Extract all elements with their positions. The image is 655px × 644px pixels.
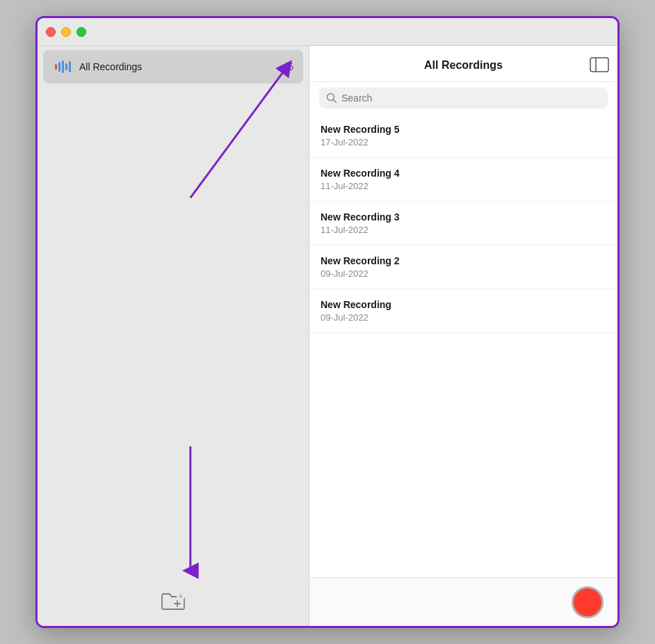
sidebar: All Recordings 5 + — [38, 46, 309, 626]
recording-item-4[interactable]: New Recording 4 11-Jul-2022 — [309, 158, 617, 202]
sidebar-all-recordings-label: All Recordings — [79, 61, 281, 72]
search-icon — [326, 92, 337, 104]
recording-item-3[interactable]: New Recording 3 11-Jul-2022 — [309, 202, 617, 245]
record-button-inner — [576, 591, 599, 613]
title-bar — [38, 18, 617, 46]
recording-name-5: New Recording 5 — [321, 124, 606, 135]
recording-name-1: New Recording — [321, 299, 606, 310]
recording-item-5[interactable]: New Recording 5 17-Jul-2022 — [309, 114, 617, 158]
annotation-arrows — [38, 46, 309, 626]
recording-date-1: 09-Jul-2022 — [321, 312, 606, 323]
close-button[interactable] — [46, 27, 56, 37]
search-bar — [319, 88, 608, 108]
traffic-lights — [46, 27, 86, 37]
svg-rect-6 — [590, 58, 608, 72]
svg-text:+: + — [179, 593, 183, 600]
recording-date-2: 09-Jul-2022 — [321, 268, 606, 279]
panel-title: All Recordings — [321, 59, 606, 72]
content-area: All Recordings 5 + — [38, 46, 617, 626]
sidebar-toggle-button[interactable] — [590, 57, 609, 75]
sidebar-all-recordings-count: 5 — [288, 61, 293, 72]
recording-date-4: 11-Jul-2022 — [321, 181, 606, 191]
add-folder-button[interactable]: + — [159, 588, 187, 615]
panel-header: All Recordings — [309, 46, 617, 82]
recording-item-2[interactable]: New Recording 2 09-Jul-2022 — [309, 245, 617, 289]
main-panel: All Recordings — [309, 46, 617, 626]
recording-name-2: New Recording 2 — [321, 255, 606, 266]
minimize-button[interactable] — [61, 27, 71, 37]
recording-date-5: 17-Jul-2022 — [321, 137, 606, 147]
sidebar-item-all-recordings[interactable]: All Recordings 5 — [43, 50, 303, 83]
recording-item-1[interactable]: New Recording 09-Jul-2022 — [309, 289, 617, 333]
bottom-toolbar — [309, 577, 617, 626]
recording-date-3: 11-Jul-2022 — [321, 225, 606, 235]
svg-line-9 — [334, 100, 337, 103]
sidebar-toggle-icon — [590, 57, 609, 72]
record-button[interactable] — [572, 586, 604, 618]
waveform-icon — [53, 57, 72, 77]
recording-name-4: New Recording 4 — [321, 168, 606, 179]
search-input[interactable] — [341, 92, 601, 104]
recording-name-3: New Recording 3 — [321, 211, 606, 223]
app-window: All Recordings 5 + — [35, 16, 620, 628]
maximize-button[interactable] — [76, 27, 86, 37]
svg-line-4 — [191, 67, 287, 198]
add-folder-icon: + — [161, 591, 186, 612]
sidebar-bottom: + — [38, 577, 309, 626]
recording-list: New Recording 5 17-Jul-2022 New Recordin… — [309, 114, 617, 577]
